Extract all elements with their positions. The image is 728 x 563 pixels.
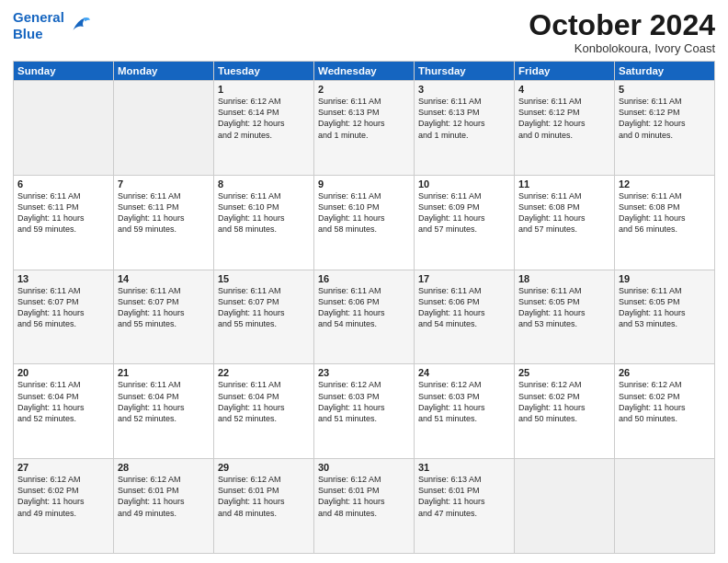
day-number: 19 — [619, 273, 711, 284]
title-block: October 2024 Konbolokoura, Ivory Coast — [529, 9, 715, 55]
day-number: 12 — [619, 178, 711, 190]
calendar-cell: 10Sunrise: 6:11 AMSunset: 6:09 PMDayligh… — [415, 175, 515, 270]
calendar-cell — [14, 81, 114, 176]
calendar-cell: 7Sunrise: 6:11 AMSunset: 6:11 PMDaylight… — [114, 175, 214, 270]
weekday-header-row: SundayMondayTuesdayWednesdayThursdayFrid… — [14, 62, 715, 81]
day-content: Sunrise: 6:12 AMSunset: 6:01 PMDaylight:… — [118, 474, 210, 519]
calendar-cell: 27Sunrise: 6:12 AMSunset: 6:02 PMDayligh… — [14, 459, 114, 554]
day-number: 14 — [118, 273, 210, 284]
day-content: Sunrise: 6:11 AMSunset: 6:07 PMDaylight:… — [17, 285, 109, 330]
calendar-cell: 26Sunrise: 6:12 AMSunset: 6:02 PMDayligh… — [615, 364, 715, 459]
day-number: 24 — [418, 367, 510, 378]
calendar-cell: 5Sunrise: 6:11 AMSunset: 6:12 PMDaylight… — [615, 81, 715, 176]
weekday-header-thursday: Thursday — [415, 62, 515, 81]
day-content: Sunrise: 6:11 AMSunset: 6:04 PMDaylight:… — [218, 379, 310, 424]
day-number: 1 — [218, 84, 310, 95]
logo: General Blue — [13, 9, 92, 42]
day-content: Sunrise: 6:12 AMSunset: 6:03 PMDaylight:… — [418, 379, 510, 424]
calendar-cell: 6Sunrise: 6:11 AMSunset: 6:11 PMDaylight… — [14, 175, 114, 270]
day-number: 11 — [518, 178, 610, 190]
day-number: 3 — [418, 84, 510, 95]
calendar-week-5: 27Sunrise: 6:12 AMSunset: 6:02 PMDayligh… — [14, 459, 715, 554]
location-subtitle: Konbolokoura, Ivory Coast — [529, 41, 715, 55]
calendar-week-4: 20Sunrise: 6:11 AMSunset: 6:04 PMDayligh… — [14, 364, 715, 459]
calendar-cell — [114, 81, 214, 176]
day-content: Sunrise: 6:11 AMSunset: 6:10 PMDaylight:… — [218, 190, 310, 236]
calendar-cell: 30Sunrise: 6:12 AMSunset: 6:01 PMDayligh… — [314, 459, 415, 554]
day-content: Sunrise: 6:13 AMSunset: 6:01 PMDaylight:… — [418, 474, 510, 519]
calendar-cell: 24Sunrise: 6:12 AMSunset: 6:03 PMDayligh… — [415, 364, 515, 459]
calendar-cell: 31Sunrise: 6:13 AMSunset: 6:01 PMDayligh… — [415, 459, 515, 554]
day-content: Sunrise: 6:11 AMSunset: 6:06 PMDaylight:… — [418, 285, 510, 330]
day-content: Sunrise: 6:11 AMSunset: 6:13 PMDaylight:… — [418, 96, 510, 141]
month-title: October 2024 — [529, 9, 715, 41]
day-number: 25 — [518, 367, 610, 378]
day-number: 26 — [619, 367, 711, 378]
day-number: 6 — [17, 178, 109, 190]
calendar-cell: 11Sunrise: 6:11 AMSunset: 6:08 PMDayligh… — [515, 175, 615, 270]
day-content: Sunrise: 6:11 AMSunset: 6:04 PMDaylight:… — [118, 379, 210, 424]
day-content: Sunrise: 6:11 AMSunset: 6:13 PMDaylight:… — [318, 96, 410, 141]
calendar-cell: 28Sunrise: 6:12 AMSunset: 6:01 PMDayligh… — [114, 459, 214, 554]
calendar-cell: 14Sunrise: 6:11 AMSunset: 6:07 PMDayligh… — [114, 270, 214, 364]
day-number: 28 — [118, 462, 210, 473]
day-content: Sunrise: 6:11 AMSunset: 6:12 PMDaylight:… — [518, 96, 610, 141]
day-number: 31 — [418, 462, 510, 473]
day-number: 23 — [318, 367, 410, 378]
weekday-header-saturday: Saturday — [615, 62, 715, 81]
day-content: Sunrise: 6:11 AMSunset: 6:08 PMDaylight:… — [619, 190, 711, 236]
day-content: Sunrise: 6:11 AMSunset: 6:04 PMDaylight:… — [17, 379, 109, 424]
day-content: Sunrise: 6:11 AMSunset: 6:07 PMDaylight:… — [118, 285, 210, 330]
logo-line1: General — [13, 9, 64, 25]
calendar-cell: 8Sunrise: 6:11 AMSunset: 6:10 PMDaylight… — [214, 175, 314, 270]
calendar-week-1: 1Sunrise: 6:12 AMSunset: 6:14 PMDaylight… — [14, 81, 715, 176]
calendar-cell: 29Sunrise: 6:12 AMSunset: 6:01 PMDayligh… — [214, 459, 314, 554]
logo-bird-icon — [66, 13, 92, 39]
day-content: Sunrise: 6:11 AMSunset: 6:05 PMDaylight:… — [619, 285, 711, 330]
day-content: Sunrise: 6:12 AMSunset: 6:14 PMDaylight:… — [218, 96, 310, 141]
weekday-header-monday: Monday — [114, 62, 214, 81]
weekday-header-sunday: Sunday — [14, 62, 114, 81]
day-number: 13 — [17, 273, 109, 284]
calendar-cell: 1Sunrise: 6:12 AMSunset: 6:14 PMDaylight… — [214, 81, 314, 176]
day-number: 17 — [418, 273, 510, 284]
calendar-cell: 12Sunrise: 6:11 AMSunset: 6:08 PMDayligh… — [615, 175, 715, 270]
calendar-cell: 25Sunrise: 6:12 AMSunset: 6:02 PMDayligh… — [515, 364, 615, 459]
calendar-cell: 9Sunrise: 6:11 AMSunset: 6:10 PMDaylight… — [314, 175, 415, 270]
day-content: Sunrise: 6:12 AMSunset: 6:03 PMDaylight:… — [318, 379, 410, 424]
day-content: Sunrise: 6:11 AMSunset: 6:05 PMDaylight:… — [518, 285, 610, 330]
weekday-header-wednesday: Wednesday — [314, 62, 415, 81]
weekday-header-tuesday: Tuesday — [214, 62, 314, 81]
day-number: 29 — [218, 462, 310, 473]
calendar-table: SundayMondayTuesdayWednesdayThursdayFrid… — [13, 61, 715, 554]
day-number: 2 — [318, 84, 410, 95]
day-content: Sunrise: 6:11 AMSunset: 6:09 PMDaylight:… — [418, 190, 510, 236]
day-content: Sunrise: 6:11 AMSunset: 6:10 PMDaylight:… — [318, 190, 410, 236]
day-number: 8 — [218, 178, 310, 190]
calendar-week-3: 13Sunrise: 6:11 AMSunset: 6:07 PMDayligh… — [14, 270, 715, 364]
day-content: Sunrise: 6:12 AMSunset: 6:02 PMDaylight:… — [17, 474, 109, 519]
day-number: 21 — [118, 367, 210, 378]
calendar-cell — [515, 459, 615, 554]
calendar-week-2: 6Sunrise: 6:11 AMSunset: 6:11 PMDaylight… — [14, 175, 715, 270]
day-content: Sunrise: 6:11 AMSunset: 6:12 PMDaylight:… — [619, 96, 711, 141]
day-number: 27 — [17, 462, 109, 473]
day-content: Sunrise: 6:12 AMSunset: 6:02 PMDaylight:… — [518, 379, 610, 424]
day-number: 7 — [118, 178, 210, 190]
day-content: Sunrise: 6:12 AMSunset: 6:01 PMDaylight:… — [318, 474, 410, 519]
calendar-cell: 2Sunrise: 6:11 AMSunset: 6:13 PMDaylight… — [314, 81, 415, 176]
calendar-cell: 16Sunrise: 6:11 AMSunset: 6:06 PMDayligh… — [314, 270, 415, 364]
calendar-cell — [615, 459, 715, 554]
calendar-cell: 18Sunrise: 6:11 AMSunset: 6:05 PMDayligh… — [515, 270, 615, 364]
calendar-cell: 3Sunrise: 6:11 AMSunset: 6:13 PMDaylight… — [415, 81, 515, 176]
day-number: 10 — [418, 178, 510, 190]
calendar-page: General Blue October 2024 Konbolokoura, … — [0, 0, 728, 563]
logo-text: General Blue — [13, 9, 64, 42]
day-number: 9 — [318, 178, 410, 190]
calendar-cell: 23Sunrise: 6:12 AMSunset: 6:03 PMDayligh… — [314, 364, 415, 459]
calendar-cell: 15Sunrise: 6:11 AMSunset: 6:07 PMDayligh… — [214, 270, 314, 364]
day-content: Sunrise: 6:11 AMSunset: 6:11 PMDaylight:… — [17, 190, 109, 236]
header: General Blue October 2024 Konbolokoura, … — [13, 9, 715, 55]
day-number: 5 — [619, 84, 711, 95]
calendar-cell: 20Sunrise: 6:11 AMSunset: 6:04 PMDayligh… — [14, 364, 114, 459]
